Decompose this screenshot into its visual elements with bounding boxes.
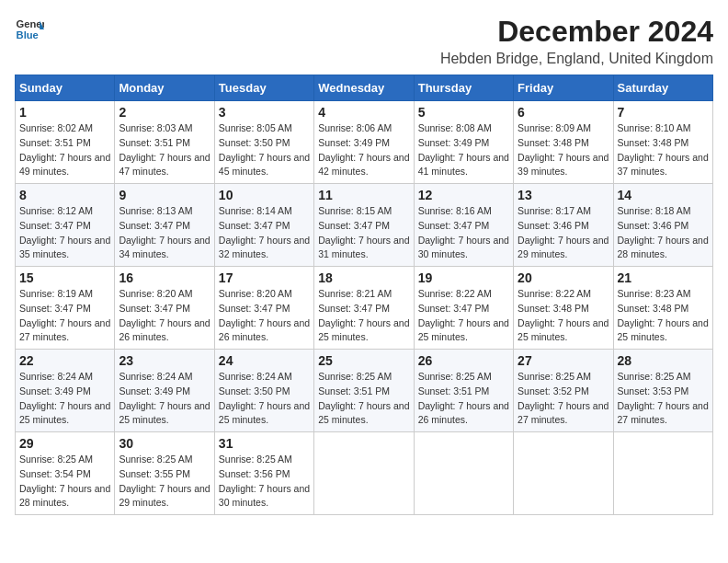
calendar-cell: 2Sunrise: 8:03 AMSunset: 3:51 PMDaylight…	[115, 101, 214, 184]
main-title: December 2024	[440, 15, 713, 49]
day-number: 28	[618, 353, 709, 368]
calendar-cell: 4Sunrise: 8:06 AMSunset: 3:49 PMDaylight…	[314, 101, 414, 184]
logo-icon: General Blue	[15, 15, 44, 44]
day-number: 21	[618, 270, 709, 285]
calendar-cell: 10Sunrise: 8:14 AMSunset: 3:47 PMDayligh…	[214, 184, 313, 267]
day-number: 31	[219, 436, 310, 451]
day-info: Sunrise: 8:13 AMSunset: 3:47 PMDaylight:…	[119, 204, 210, 262]
day-number: 22	[19, 353, 110, 368]
weekday-header-friday: Friday	[514, 75, 613, 101]
day-info: Sunrise: 8:24 AMSunset: 3:49 PMDaylight:…	[119, 370, 210, 428]
calendar-cell: 11Sunrise: 8:15 AMSunset: 3:47 PMDayligh…	[314, 184, 414, 267]
title-area: December 2024 Hebden Bridge, England, Un…	[440, 15, 713, 67]
day-number: 5	[418, 105, 509, 120]
calendar-cell: 22Sunrise: 8:24 AMSunset: 3:49 PMDayligh…	[16, 350, 115, 432]
day-info: Sunrise: 8:25 AMSunset: 3:55 PMDaylight:…	[119, 453, 210, 511]
day-number: 7	[618, 105, 709, 120]
day-number: 27	[518, 353, 609, 368]
weekday-header-tuesday: Tuesday	[214, 75, 313, 101]
logo: General Blue	[15, 15, 44, 44]
calendar-cell: 30Sunrise: 8:25 AMSunset: 3:55 PMDayligh…	[115, 432, 214, 515]
calendar-cell: 8Sunrise: 8:12 AMSunset: 3:47 PMDaylight…	[16, 184, 115, 267]
calendar-cell: 26Sunrise: 8:25 AMSunset: 3:51 PMDayligh…	[414, 350, 513, 432]
day-number: 8	[19, 188, 110, 202]
day-number: 16	[119, 270, 210, 285]
day-info: Sunrise: 8:02 AMSunset: 3:51 PMDaylight:…	[19, 121, 110, 179]
weekday-header-wednesday: Wednesday	[314, 75, 414, 101]
day-number: 10	[219, 188, 310, 202]
day-number: 4	[318, 105, 409, 120]
day-number: 19	[418, 270, 509, 285]
day-info: Sunrise: 8:25 AMSunset: 3:51 PMDaylight:…	[418, 370, 509, 428]
week-row-1: 1Sunrise: 8:02 AMSunset: 3:51 PMDaylight…	[16, 101, 713, 184]
day-number: 23	[119, 353, 210, 368]
day-number: 26	[418, 353, 509, 368]
calendar-cell: 15Sunrise: 8:19 AMSunset: 3:47 PMDayligh…	[16, 267, 115, 350]
day-info: Sunrise: 8:18 AMSunset: 3:46 PMDaylight:…	[618, 204, 709, 262]
calendar-cell: 20Sunrise: 8:22 AMSunset: 3:48 PMDayligh…	[514, 267, 613, 350]
day-info: Sunrise: 8:24 AMSunset: 3:50 PMDaylight:…	[219, 370, 310, 428]
day-number: 29	[19, 436, 110, 451]
calendar-cell: 29Sunrise: 8:25 AMSunset: 3:54 PMDayligh…	[16, 432, 115, 515]
day-info: Sunrise: 8:06 AMSunset: 3:49 PMDaylight:…	[318, 121, 409, 179]
weekday-header-monday: Monday	[115, 75, 214, 101]
calendar-cell	[514, 432, 613, 515]
day-info: Sunrise: 8:20 AMSunset: 3:47 PMDaylight:…	[119, 287, 210, 345]
weekday-header-sunday: Sunday	[16, 75, 115, 101]
day-info: Sunrise: 8:10 AMSunset: 3:48 PMDaylight:…	[618, 121, 709, 179]
day-info: Sunrise: 8:12 AMSunset: 3:47 PMDaylight:…	[19, 204, 110, 262]
day-info: Sunrise: 8:22 AMSunset: 3:48 PMDaylight:…	[518, 287, 609, 345]
day-info: Sunrise: 8:15 AMSunset: 3:47 PMDaylight:…	[318, 204, 409, 262]
calendar-cell: 6Sunrise: 8:09 AMSunset: 3:48 PMDaylight…	[514, 101, 613, 184]
day-info: Sunrise: 8:08 AMSunset: 3:49 PMDaylight:…	[418, 121, 509, 179]
calendar-cell: 18Sunrise: 8:21 AMSunset: 3:47 PMDayligh…	[314, 267, 414, 350]
day-info: Sunrise: 8:05 AMSunset: 3:50 PMDaylight:…	[219, 121, 310, 179]
day-info: Sunrise: 8:19 AMSunset: 3:47 PMDaylight:…	[19, 287, 110, 345]
calendar-cell	[613, 432, 712, 515]
day-info: Sunrise: 8:16 AMSunset: 3:47 PMDaylight:…	[418, 204, 509, 262]
day-info: Sunrise: 8:14 AMSunset: 3:47 PMDaylight:…	[219, 204, 310, 262]
day-info: Sunrise: 8:20 AMSunset: 3:47 PMDaylight:…	[219, 287, 310, 345]
day-number: 3	[219, 105, 310, 120]
calendar-cell: 12Sunrise: 8:16 AMSunset: 3:47 PMDayligh…	[414, 184, 513, 267]
svg-text:Blue: Blue	[17, 29, 39, 40]
calendar-cell: 21Sunrise: 8:23 AMSunset: 3:48 PMDayligh…	[613, 267, 712, 350]
day-info: Sunrise: 8:25 AMSunset: 3:52 PMDaylight:…	[518, 370, 609, 428]
calendar-cell: 24Sunrise: 8:24 AMSunset: 3:50 PMDayligh…	[214, 350, 313, 432]
week-row-3: 15Sunrise: 8:19 AMSunset: 3:47 PMDayligh…	[16, 267, 713, 350]
day-number: 17	[219, 270, 310, 285]
day-number: 2	[119, 105, 210, 120]
day-info: Sunrise: 8:25 AMSunset: 3:51 PMDaylight:…	[318, 370, 409, 428]
weekday-header-saturday: Saturday	[613, 75, 712, 101]
day-number: 13	[518, 188, 609, 202]
week-row-4: 22Sunrise: 8:24 AMSunset: 3:49 PMDayligh…	[16, 350, 713, 432]
calendar-cell: 17Sunrise: 8:20 AMSunset: 3:47 PMDayligh…	[214, 267, 313, 350]
day-info: Sunrise: 8:17 AMSunset: 3:46 PMDaylight:…	[518, 204, 609, 262]
day-number: 15	[19, 270, 110, 285]
calendar-cell	[314, 432, 414, 515]
week-row-2: 8Sunrise: 8:12 AMSunset: 3:47 PMDaylight…	[16, 184, 713, 267]
weekday-header-row: SundayMondayTuesdayWednesdayThursdayFrid…	[16, 75, 713, 101]
day-number: 14	[618, 188, 709, 202]
day-number: 30	[119, 436, 210, 451]
day-info: Sunrise: 8:23 AMSunset: 3:48 PMDaylight:…	[618, 287, 709, 345]
calendar-cell: 13Sunrise: 8:17 AMSunset: 3:46 PMDayligh…	[514, 184, 613, 267]
day-number: 12	[418, 188, 509, 202]
calendar-cell: 19Sunrise: 8:22 AMSunset: 3:47 PMDayligh…	[414, 267, 513, 350]
calendar-table: SundayMondayTuesdayWednesdayThursdayFrid…	[15, 75, 713, 515]
day-number: 25	[318, 353, 409, 368]
day-info: Sunrise: 8:21 AMSunset: 3:47 PMDaylight:…	[318, 287, 409, 345]
weekday-header-thursday: Thursday	[414, 75, 513, 101]
calendar-cell: 7Sunrise: 8:10 AMSunset: 3:48 PMDaylight…	[613, 101, 712, 184]
day-number: 24	[219, 353, 310, 368]
calendar-cell: 27Sunrise: 8:25 AMSunset: 3:52 PMDayligh…	[514, 350, 613, 432]
day-info: Sunrise: 8:22 AMSunset: 3:47 PMDaylight:…	[418, 287, 509, 345]
calendar-cell: 14Sunrise: 8:18 AMSunset: 3:46 PMDayligh…	[613, 184, 712, 267]
day-info: Sunrise: 8:09 AMSunset: 3:48 PMDaylight:…	[518, 121, 609, 179]
calendar-cell	[414, 432, 513, 515]
week-row-5: 29Sunrise: 8:25 AMSunset: 3:54 PMDayligh…	[16, 432, 713, 515]
day-number: 11	[318, 188, 409, 202]
day-info: Sunrise: 8:25 AMSunset: 3:56 PMDaylight:…	[219, 453, 310, 511]
day-number: 1	[19, 105, 110, 120]
day-info: Sunrise: 8:03 AMSunset: 3:51 PMDaylight:…	[119, 121, 210, 179]
